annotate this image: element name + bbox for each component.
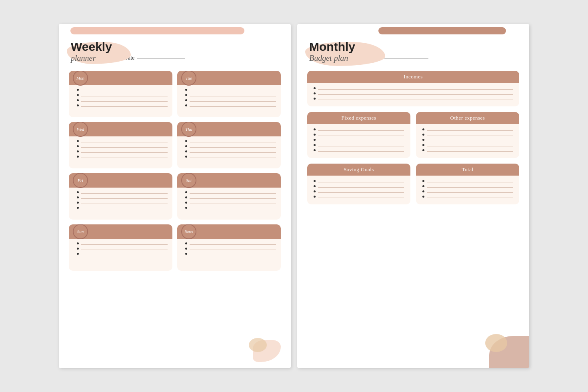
bullet-line: [318, 100, 513, 100]
bullet-item: [77, 88, 168, 91]
bullet-line: [190, 209, 276, 209]
bullet-item: [77, 191, 168, 194]
bullet-line: [81, 152, 168, 153]
bullet-dot: [185, 253, 187, 255]
monthly-header: Monthly Budget plan Month: [297, 24, 529, 67]
bullet-line: [190, 158, 276, 158]
day-header-sat: Sat: [177, 173, 281, 188]
saving-goals-bullets: [314, 180, 404, 198]
saving-goals-header: Saving Goals: [307, 164, 410, 176]
bullet-item: [185, 252, 276, 255]
bullet-line: [318, 182, 404, 182]
bullet-line: [318, 198, 404, 198]
fixed-expenses-body: [307, 124, 410, 158]
bullet-dot: [185, 150, 187, 152]
bullet-dot: [314, 92, 316, 94]
monthly-bottom-deco: [489, 336, 529, 368]
bullet-line: [318, 192, 404, 193]
bullet-item: [185, 150, 276, 153]
bullet-dot: [314, 190, 316, 192]
day-body-thu: [177, 136, 281, 168]
weekly-header: Weekly planner Date: [59, 24, 291, 67]
bullet-dot: [185, 207, 187, 209]
bullet-dot: [422, 190, 424, 192]
day-card-tue: Tue: [177, 71, 281, 117]
bullet-line: [190, 91, 276, 91]
bullet-line: [318, 146, 404, 146]
other-expenses-body: [416, 124, 519, 158]
bullet-item: [77, 99, 168, 102]
day-header-sun: Sun: [69, 224, 172, 239]
bullet-list-wed: [77, 140, 168, 158]
bullet-dot: [77, 145, 79, 147]
bullet-dot: [77, 196, 79, 198]
bullet-line: [318, 89, 513, 90]
day-body-sat: [177, 188, 281, 220]
bullet-line: [190, 147, 276, 148]
bullet-line: [427, 192, 513, 193]
bullet-line: [318, 151, 404, 152]
bullet-item: [422, 144, 513, 146]
incomes-bullets: [314, 87, 513, 100]
fixed-expenses-section: Fixed expenses: [307, 112, 410, 158]
day-badge-fri: Fri: [73, 173, 88, 188]
day-card-notes: Notes: [177, 224, 281, 271]
saving-goals-section: Saving Goals: [307, 164, 410, 204]
bullet-dot: [314, 134, 316, 136]
day-label-thu: Thu: [182, 123, 195, 136]
bullet-item: [314, 190, 404, 193]
day-label-tue: Tue: [182, 72, 195, 84]
bullet-item: [185, 140, 276, 142]
monthly-title-block: Monthly Budget plan: [309, 40, 355, 63]
bullet-line: [190, 204, 276, 204]
bullet-line: [190, 255, 276, 255]
bullet-line: [81, 198, 168, 199]
bullet-line: [427, 198, 513, 198]
bullet-dot: [422, 139, 424, 141]
bullet-dot: [185, 156, 187, 158]
incomes-header: Incomes: [307, 71, 519, 83]
bullet-line: [190, 198, 276, 199]
day-card-sat: Sat: [177, 173, 281, 220]
weekly-grid: Mon Tue: [59, 67, 291, 275]
bullet-dot: [185, 242, 187, 244]
bullet-item: [185, 247, 276, 250]
bullet-dot: [185, 248, 187, 250]
bullet-line: [81, 209, 168, 209]
day-header-tue: Tue: [177, 71, 281, 85]
bullet-line: [427, 151, 513, 152]
bullet-item: [314, 138, 404, 141]
monthly-title-main: Monthly: [309, 40, 355, 53]
bullet-line: [81, 106, 168, 107]
bullet-line: [318, 141, 404, 141]
bullet-line: [318, 94, 513, 95]
bullet-item: [185, 99, 276, 102]
bullet-item: [314, 133, 404, 136]
bullet-item: [422, 190, 513, 193]
bullet-item: [185, 196, 276, 199]
bullet-line: [427, 141, 513, 141]
bullet-dot: [422, 144, 424, 146]
bullet-item: [77, 140, 168, 142]
bullet-item: [77, 242, 168, 245]
bullet-dot: [77, 191, 79, 193]
bullet-line: [81, 204, 168, 204]
bullet-item: [77, 196, 168, 199]
day-header-wed: Wed: [69, 122, 172, 136]
day-header-notes: Notes: [177, 224, 281, 239]
bullet-dot: [185, 196, 187, 198]
day-body-sun: [69, 239, 172, 271]
day-card-wed: Wed: [69, 122, 172, 168]
monthly-page: Monthly Budget plan Month Incomes: [297, 24, 529, 368]
bullet-item: [77, 150, 168, 153]
bullet-item: [314, 87, 513, 90]
day-card-thu: Thu: [177, 122, 281, 168]
bullet-item: [314, 180, 404, 182]
bullet-line: [81, 142, 168, 142]
bullet-line: [427, 136, 513, 136]
bullet-dot: [314, 128, 316, 130]
day-label-notes: Notes: [182, 225, 195, 238]
bullet-line: [190, 96, 276, 96]
day-badge-notes: Notes: [181, 224, 196, 239]
weekly-bottom-deco: [245, 334, 281, 362]
